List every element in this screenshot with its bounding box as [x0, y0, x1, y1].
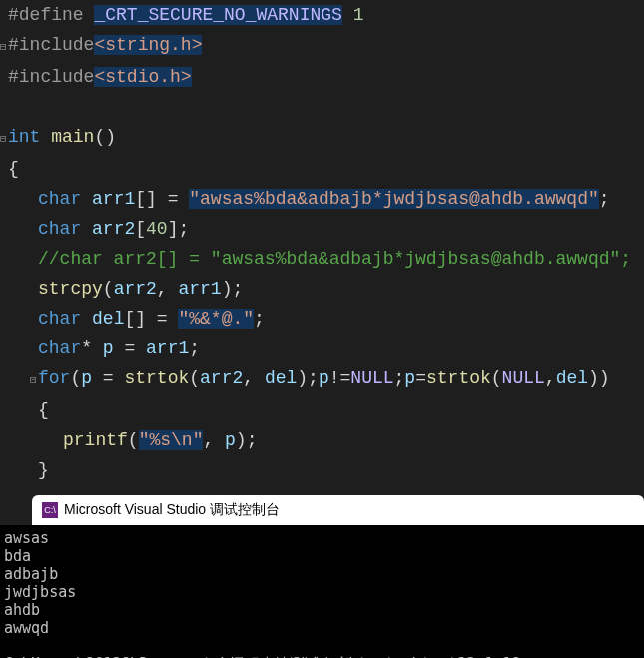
arg: del	[265, 368, 297, 388]
for-keyword: for	[38, 368, 70, 388]
arg: arr2	[114, 279, 157, 299]
variable: p	[81, 368, 92, 388]
arg: del	[556, 368, 588, 388]
variable: del	[92, 309, 124, 329]
equals: =	[114, 338, 146, 358]
semicolon: ;	[599, 189, 610, 209]
parens: ()	[94, 127, 116, 147]
macro-name: _CRT_SECURE_NO_WARNINGS	[94, 5, 341, 25]
fold-icon[interactable]: ⊟	[0, 124, 8, 154]
brace: {	[8, 159, 19, 179]
console-output[interactable]: awsas bda adbajb jwdjbsas ahdb awwqd C:\…	[0, 525, 644, 658]
console-icon: C:\	[42, 502, 58, 518]
arg: arr1	[178, 279, 221, 299]
variable: p	[319, 368, 329, 388]
semicolon: ;	[254, 309, 265, 329]
function-call: strtok	[124, 368, 189, 388]
null-macro: NULL	[350, 368, 393, 388]
arg: arr2	[200, 368, 243, 388]
null-macro: NULL	[502, 368, 545, 388]
bracket-close: ];	[168, 219, 190, 239]
type-keyword: char	[38, 338, 81, 358]
variable: p	[404, 368, 415, 388]
include-header: <stdio.h>	[94, 67, 191, 87]
type-keyword: int	[8, 127, 40, 147]
string-literal: "awsas%bda&adbajb*jwdjbsas@ahdb.awwqd"	[189, 189, 598, 209]
variable: arr1	[92, 189, 135, 209]
type-keyword: char	[38, 309, 81, 329]
semicolon: ;	[189, 338, 200, 358]
code-editor[interactable]: #define _CRT_SECURE_NO_WARNINGS 1 ⊟#incl…	[0, 0, 644, 485]
preproc-keyword: #include	[8, 67, 94, 87]
variable: p	[103, 338, 114, 358]
string-literal: "%s\n"	[139, 430, 204, 450]
comment: //char arr2[] = "awsas%bda&adbajb*jwdjbs…	[38, 249, 631, 269]
console-title: Microsoft Visual Studio 调试控制台	[64, 501, 280, 519]
brackets: [] =	[135, 189, 189, 209]
brace: {	[38, 400, 49, 420]
console-titlebar[interactable]: C:\ Microsoft Visual Studio 调试控制台	[32, 495, 644, 525]
variable: arr1	[146, 338, 189, 358]
function-name: main	[51, 127, 94, 147]
function-call: printf	[63, 430, 128, 450]
number: 40	[146, 219, 168, 239]
arg: p	[225, 430, 236, 450]
bracket-open: [	[135, 219, 146, 239]
fold-icon[interactable]: ⊟	[30, 365, 38, 395]
function-call: strtok	[426, 368, 491, 388]
type-keyword: char	[38, 219, 81, 239]
preproc-keyword: #define	[8, 5, 84, 25]
brackets: [] =	[124, 309, 178, 329]
function-call: strcpy	[38, 279, 103, 299]
pointer: *	[81, 338, 103, 358]
variable: arr2	[92, 219, 135, 239]
brace: }	[38, 460, 49, 480]
string-literal: "%&*@."	[178, 309, 254, 329]
fold-icon[interactable]: ⊟	[0, 32, 8, 62]
include-header: <string.h>	[94, 35, 202, 55]
macro-value: 1	[353, 5, 364, 25]
type-keyword: char	[38, 189, 81, 209]
equals: =	[92, 368, 124, 388]
preproc-keyword: #include	[8, 35, 94, 55]
